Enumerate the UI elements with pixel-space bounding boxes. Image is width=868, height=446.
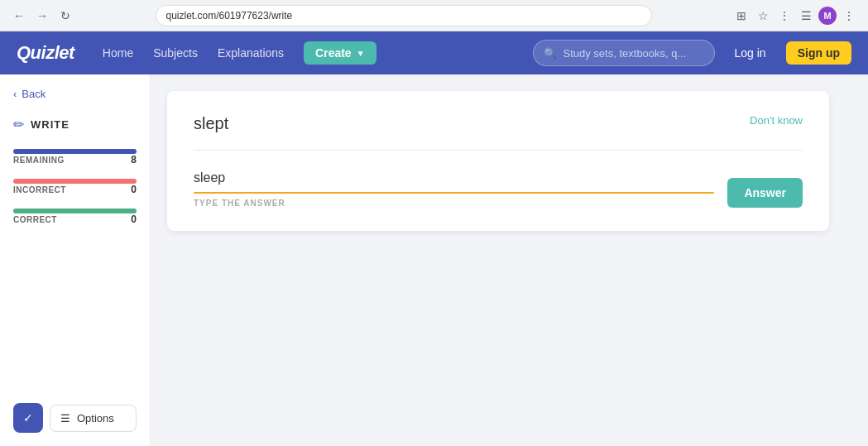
back-browser-button[interactable]: ← (10, 7, 28, 25)
question-card: slept Don't know TYPE THE ANSWER Answer (167, 91, 829, 231)
quizlet-logo[interactable]: Quizlet (17, 42, 74, 64)
url-text: quizlet.com/601977623/write (166, 10, 293, 22)
write-label: WRITE (31, 118, 70, 131)
options-button[interactable]: ☰ Options (50, 405, 137, 432)
nav-subjects[interactable]: Subjects (153, 46, 198, 60)
sidebar: ‹ Back ✏ WRITE REMAINING 8 I (0, 74, 151, 446)
login-button[interactable]: Log in (735, 46, 766, 60)
remaining-value: 8 (131, 154, 137, 165)
menu-icon[interactable]: ⋮ (775, 7, 794, 25)
options-lines-icon: ☰ (60, 412, 70, 424)
correct-label: CORRECT (13, 215, 57, 224)
nav-explanations[interactable]: Explanations (218, 46, 284, 60)
shield-icon: ✓ (13, 403, 43, 433)
browser-controls: ← → ↻ (10, 7, 74, 25)
write-section: ✏ WRITE (13, 117, 137, 132)
search-placeholder: Study sets, textbooks, q... (563, 47, 687, 60)
remaining-label: REMAINING (13, 156, 65, 165)
answer-input[interactable] (194, 170, 714, 189)
address-bar[interactable]: quizlet.com/601977623/write (156, 5, 652, 26)
forward-browser-button[interactable]: → (33, 7, 51, 25)
question-text: slept (194, 114, 228, 133)
main-layout: ‹ Back ✏ WRITE REMAINING 8 I (0, 74, 868, 446)
back-arrow-icon: ‹ (13, 88, 17, 100)
pencil-icon: ✏ (13, 117, 24, 132)
back-label: Back (22, 88, 46, 100)
stats-section: REMAINING 8 INCORRECT 0 CORRECT 0 (13, 149, 137, 225)
create-button[interactable]: Create ▼ (304, 41, 376, 65)
answer-underline (194, 192, 714, 194)
content-area: slept Don't know TYPE THE ANSWER Answer (151, 74, 868, 446)
card-question-area: slept Don't know (194, 114, 803, 151)
search-bar[interactable]: 🔍 Study sets, textbooks, q... (533, 40, 715, 66)
stat-incorrect: INCORRECT 0 (13, 179, 137, 195)
search-icon: 🔍 (544, 47, 557, 60)
stat-correct: CORRECT 0 (13, 209, 137, 225)
answer-button[interactable]: Answer (727, 178, 803, 208)
more-icon[interactable]: ⋮ (840, 7, 858, 25)
browser-avatar[interactable]: M (818, 7, 837, 25)
type-hint: TYPE THE ANSWER (194, 199, 714, 208)
navbar: Quizlet Home Subjects Explanations Creat… (0, 31, 868, 74)
answer-input-container: TYPE THE ANSWER (194, 170, 714, 208)
dont-know-link[interactable]: Don't know (750, 114, 803, 127)
incorrect-value: 0 (131, 184, 137, 195)
app: Quizlet Home Subjects Explanations Creat… (0, 31, 868, 446)
back-link[interactable]: ‹ Back (13, 88, 137, 100)
reload-browser-button[interactable]: ↻ (56, 7, 74, 25)
correct-value: 0 (131, 213, 137, 225)
stat-remaining: REMAINING 8 (13, 149, 137, 165)
browser-actions: ⊞ ☆ ⋮ ☰ M ⋮ (732, 7, 858, 25)
profile-icon[interactable]: ☰ (797, 7, 815, 25)
nav-home[interactable]: Home (103, 46, 133, 60)
browser-chrome: ← → ↻ quizlet.com/601977623/write ⊞ ☆ ⋮ … (0, 0, 868, 31)
incorrect-label: INCORRECT (13, 185, 66, 194)
chevron-down-icon: ▼ (357, 49, 365, 58)
answer-section: TYPE THE ANSWER Answer (194, 170, 803, 208)
cast-icon[interactable]: ⊞ (732, 7, 751, 25)
bookmark-icon[interactable]: ☆ (754, 7, 772, 25)
signup-button[interactable]: Sign up (786, 41, 851, 65)
